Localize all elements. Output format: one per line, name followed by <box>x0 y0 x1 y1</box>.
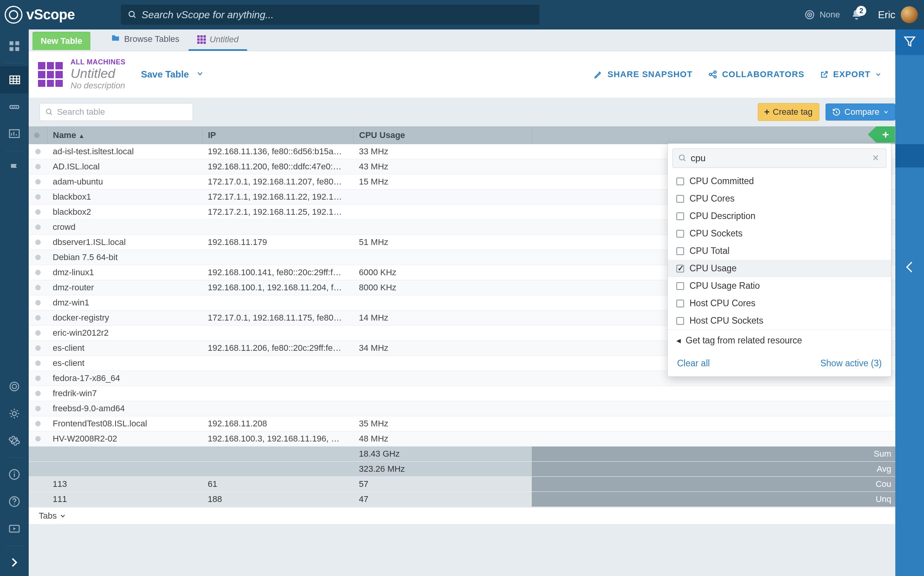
nav-dashboard-icon[interactable] <box>0 33 29 60</box>
cell-cpu <box>353 205 532 220</box>
row-select[interactable] <box>29 205 47 220</box>
dropdown-related[interactable]: ◂ Get tag from related resource <box>668 329 891 351</box>
svg-point-0 <box>129 11 134 17</box>
nav-help-icon[interactable] <box>0 488 29 515</box>
summary-avg-row: 323.26 MHz Avg <box>29 462 895 477</box>
nav-gear-icon[interactable] <box>0 427 29 454</box>
cell-cpu <box>353 386 532 401</box>
dropdown-search[interactable]: ✕ <box>672 148 886 168</box>
nav-more-icon[interactable] <box>0 93 29 121</box>
clear-all-link[interactable]: Clear all <box>677 358 710 369</box>
save-dropdown-icon[interactable] <box>193 67 207 82</box>
nav-chart-icon[interactable] <box>0 121 29 148</box>
row-select[interactable] <box>29 341 47 356</box>
breadcrumb[interactable]: ALL MACHINES <box>71 58 126 66</box>
search-table[interactable] <box>40 103 193 121</box>
avg-label: Avg <box>532 462 895 477</box>
logo-icon <box>5 6 22 24</box>
cell-name: eric-win2012r2 <box>47 326 202 341</box>
dropdown-item[interactable]: CPU Description <box>668 207 891 225</box>
row-select[interactable] <box>29 295 47 310</box>
sum-cpu: 18.43 GHz <box>353 447 532 462</box>
table-row[interactable]: fredrik-win7 <box>29 386 895 401</box>
compare-button[interactable]: Compare <box>826 103 895 121</box>
row-select[interactable] <box>29 356 47 371</box>
nav-tune-icon[interactable] <box>0 400 29 427</box>
target-none[interactable]: None <box>804 9 840 20</box>
col-ip[interactable]: IP <box>202 126 353 144</box>
row-select[interactable] <box>29 386 47 401</box>
new-table-button[interactable]: New Table <box>33 32 90 50</box>
col-name[interactable]: Name▲ <box>47 126 202 144</box>
nav-target-icon[interactable] <box>0 373 29 400</box>
nav-flag-icon[interactable] <box>0 154 29 181</box>
svg-point-38 <box>679 155 684 160</box>
user-menu[interactable]: Eric <box>878 6 918 23</box>
dropdown-item[interactable]: CPU Total <box>668 242 891 260</box>
show-active-link[interactable]: Show active (3) <box>820 358 882 369</box>
collapse-rail-button[interactable] <box>903 167 916 372</box>
add-column-button[interactable]: + <box>876 126 895 143</box>
row-select[interactable] <box>29 280 47 295</box>
row-select[interactable] <box>29 401 47 416</box>
dropdown-item[interactable]: Host CPU Cores <box>668 295 891 312</box>
nav-tables-icon[interactable] <box>0 66 29 93</box>
search-table-input[interactable] <box>57 107 187 117</box>
global-search[interactable] <box>121 5 540 25</box>
chevron-left-icon <box>903 255 916 284</box>
select-all-header[interactable] <box>29 126 47 144</box>
export-button[interactable]: EXPORT <box>820 69 881 79</box>
table-row[interactable]: HV-W2008R2-02192.168.100.3, 192.168.11.1… <box>29 431 895 447</box>
dropdown-item[interactable]: CPU Usage Ratio <box>668 277 891 295</box>
svg-point-36 <box>47 109 51 114</box>
row-select[interactable] <box>29 265 47 280</box>
tabs-dropdown-button[interactable]: Tabs <box>34 508 71 524</box>
tab-untitled[interactable]: Untitled <box>188 30 248 51</box>
row-select[interactable] <box>29 144 47 159</box>
global-search-input[interactable] <box>141 9 533 21</box>
row-select[interactable] <box>29 310 47 326</box>
table-type-icon <box>38 62 63 87</box>
row-select[interactable] <box>29 174 47 190</box>
create-tag-button[interactable]: + Create tag <box>758 103 819 121</box>
nav-play-icon[interactable] <box>0 515 29 542</box>
row-select[interactable] <box>29 326 47 341</box>
row-select[interactable] <box>29 235 47 250</box>
dropdown-item[interactable]: CPU Cores <box>668 190 891 207</box>
col-cpu-usage[interactable]: CPU Usage <box>353 126 532 144</box>
tab-browse-tables[interactable]: Browse Tables <box>102 29 188 51</box>
table-row[interactable]: freebsd-9.0-amd64 <box>29 401 895 416</box>
row-select[interactable] <box>29 416 47 431</box>
dropdown-search-input[interactable] <box>691 153 871 164</box>
row-select[interactable] <box>29 159 47 174</box>
row-select[interactable] <box>29 220 47 235</box>
collaborators-button[interactable]: COLLABORATORS <box>708 69 805 79</box>
cell-cpu: 35 MHz <box>353 416 532 431</box>
add-column-dropdown: ✕ CPU CommittedCPU CoresCPU DescriptionC… <box>667 143 891 377</box>
share-snapshot-button[interactable]: SHARE SNAPSHOT <box>594 69 693 79</box>
clear-search-icon[interactable]: ✕ <box>871 153 881 163</box>
nav-info-icon[interactable] <box>0 461 29 488</box>
notifications[interactable]: 2 <box>851 9 862 21</box>
filter-button[interactable] <box>895 29 924 55</box>
row-select[interactable] <box>29 431 47 447</box>
dropdown-item[interactable]: CPU Usage <box>668 260 891 277</box>
compare-label: Compare <box>845 107 879 117</box>
export-icon <box>820 70 829 79</box>
nav-expand-icon[interactable] <box>0 549 29 576</box>
dropdown-item[interactable]: Host CPU Sockets <box>668 312 891 329</box>
table-row[interactable]: FrontendTest08.ISL.local192.168.11.20835… <box>29 416 895 431</box>
dropdown-item[interactable]: CPU Sockets <box>668 225 891 242</box>
table-wrap: Name▲ IP CPU Usage + ad-isl-test.isltest… <box>29 126 895 507</box>
cell-ip <box>202 220 353 235</box>
row-select[interactable] <box>29 371 47 386</box>
save-table-button[interactable]: Save Table <box>141 69 189 80</box>
logo[interactable]: vScope <box>5 6 121 24</box>
logo-text: vScope <box>26 7 75 23</box>
dropdown-item[interactable]: CPU Committed <box>668 172 891 190</box>
pen-icon <box>594 70 603 79</box>
cell-name: Debian 7.5 64-bit <box>47 250 202 265</box>
row-select[interactable] <box>29 190 47 205</box>
cell-ip <box>202 356 353 371</box>
row-select[interactable] <box>29 250 47 265</box>
